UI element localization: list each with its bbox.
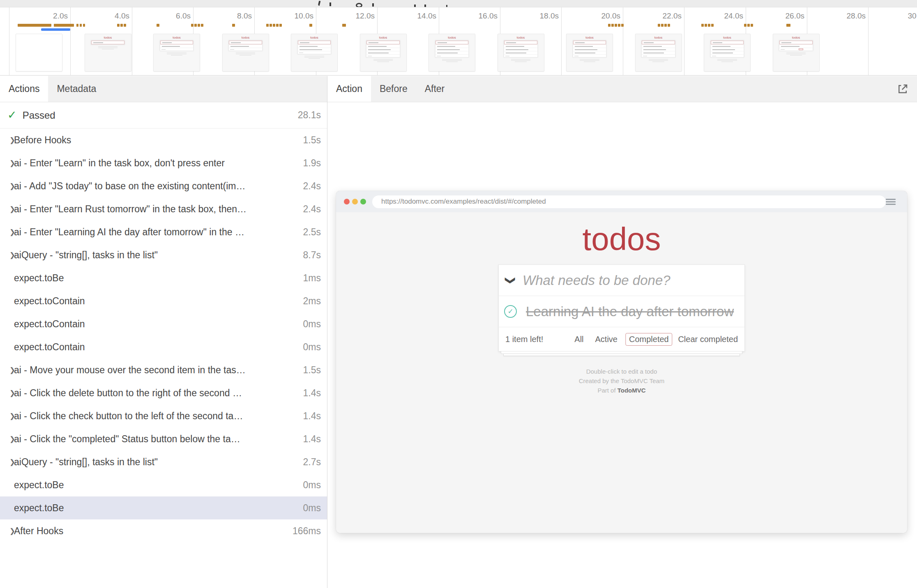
- action-row-duration: 0ms: [303, 342, 327, 353]
- action-row-duration: 0ms: [303, 480, 327, 491]
- menu-icon[interactable]: [886, 198, 896, 206]
- action-row[interactable]: expect.toContain0ms: [0, 312, 327, 335]
- action-row-duration: 1.5s: [303, 365, 327, 376]
- action-row[interactable]: ❯ai - Click the delete button to the rig…: [0, 381, 327, 404]
- action-activity-tick: [615, 24, 617, 27]
- clipped-title-fragment: [372, 3, 374, 7]
- toggle-all-chevron-icon[interactable]: ❯: [499, 275, 523, 286]
- clipped-title-fragment: [318, 1, 321, 6]
- action-row[interactable]: expect.toContain0ms: [0, 335, 327, 358]
- clear-completed-button[interactable]: Clear completed: [678, 335, 738, 344]
- filmstrip-thumbnail[interactable]: [16, 34, 62, 71]
- detail-content: https://todomvc.com/examples/react/dist/…: [327, 102, 917, 588]
- expand-chevron-icon[interactable]: ❯: [0, 435, 14, 443]
- action-row[interactable]: ❯After Hooks166ms: [0, 519, 327, 542]
- info-line: Double-click to edit a todo: [336, 367, 907, 376]
- action-row-label: ai - Enter "Learn" in the task box, don'…: [14, 158, 303, 169]
- action-row-label: aiQuery - "string[], tasks in the list": [14, 457, 303, 468]
- action-activity-tick: [279, 24, 282, 27]
- action-activity-tick: [708, 24, 710, 27]
- action-row[interactable]: expect.toBe0ms: [0, 473, 327, 496]
- action-row-label: expect.toBe: [14, 503, 303, 514]
- action-row[interactable]: ❯ai - Add "JS today" to base on the exis…: [0, 175, 327, 198]
- expand-chevron-icon[interactable]: ❯: [0, 182, 14, 191]
- expand-chevron-icon[interactable]: ❯: [0, 366, 14, 374]
- action-row[interactable]: ❯ai - Enter "Learning AI the day after t…: [0, 220, 327, 243]
- card-stack-decoration: [503, 354, 740, 356]
- filter-active[interactable]: Active: [592, 333, 621, 346]
- expand-chevron-icon[interactable]: ❯: [0, 228, 14, 237]
- filmstrip-thumbnail[interactable]: todos: [704, 34, 751, 71]
- detail-tab-action[interactable]: Action: [327, 76, 371, 102]
- filmstrip-thumbnail[interactable]: todos: [153, 34, 200, 71]
- timeline-label: 22.0s: [663, 11, 684, 21]
- action-activity-tick: [661, 24, 664, 27]
- action-row-label: ai - Click the check button to the left …: [14, 411, 303, 422]
- filter-completed[interactable]: Completed: [625, 333, 673, 346]
- actions-tab-metadata[interactable]: Metadata: [48, 76, 105, 102]
- action-activity-tick: [309, 24, 312, 27]
- action-row[interactable]: ❯ai - Enter "Learn Rust tomorrow" in the…: [0, 198, 327, 220]
- action-activity-tick: [276, 24, 279, 27]
- action-row[interactable]: ❯aiQuery - "string[], tasks in the list"…: [0, 243, 327, 266]
- timeline-gridline: [868, 7, 869, 75]
- expand-chevron-icon[interactable]: ❯: [0, 251, 14, 260]
- expand-chevron-icon[interactable]: ❯: [0, 205, 14, 214]
- todo-toggle-check-icon[interactable]: ✓: [504, 305, 517, 318]
- clipped-title-fragment: [414, 5, 416, 7]
- test-status-row[interactable]: ✓ Passed 28.1s: [0, 102, 327, 129]
- actions-list: ❯Before Hooks1.5s❯ai - Enter "Learn" in …: [0, 129, 327, 588]
- action-row[interactable]: ❯ai - Move your mouse over the second it…: [0, 358, 327, 381]
- action-row[interactable]: ❯ai - Enter "Learn" in the task box, don…: [0, 152, 327, 175]
- main-split: ActionsMetadata ✓ Passed 28.1s ❯Before H…: [0, 76, 917, 588]
- action-row-duration: 1.9s: [303, 158, 327, 169]
- todo-card: ❯ What needs to be done? ✓ Learning AI t…: [498, 264, 745, 351]
- test-status-label: Passed: [23, 110, 55, 121]
- filmstrip-thumbnail[interactable]: todos: [360, 34, 407, 71]
- filmstrip-thumbnail[interactable]: todos: [222, 34, 269, 71]
- todo-item-text: Learning AI the day after tomorrow: [526, 304, 734, 319]
- timeline-gridline: [623, 7, 623, 75]
- open-external-icon[interactable]: [896, 82, 910, 96]
- detail-tab-after[interactable]: After: [416, 76, 454, 102]
- expand-chevron-icon[interactable]: ❯: [0, 136, 14, 145]
- filmstrip-thumbnail[interactable]: todos: [291, 34, 338, 71]
- filmstrip-thumbnail[interactable]: todos: [635, 34, 682, 71]
- action-activity-tick: [618, 24, 620, 27]
- expand-chevron-icon[interactable]: ❯: [0, 527, 14, 535]
- filmstrip-thumbnail[interactable]: todos: [498, 34, 544, 71]
- expand-chevron-icon[interactable]: ❯: [0, 412, 14, 420]
- timeline-gridline: [132, 7, 132, 75]
- expand-chevron-icon[interactable]: ❯: [0, 458, 14, 466]
- filmstrip-thumbnail[interactable]: todos: [429, 34, 475, 71]
- filter-all[interactable]: All: [571, 333, 587, 346]
- action-row-duration: 2.4s: [303, 204, 327, 215]
- timeline-label: 16.0s: [479, 11, 500, 21]
- expand-chevron-icon[interactable]: ❯: [0, 389, 14, 397]
- filmstrip-thumbnail[interactable]: todos: [773, 34, 820, 71]
- action-row[interactable]: ❯ai - Click the "completed" Status butto…: [0, 427, 327, 450]
- action-row[interactable]: ❯ai - Click the check button to the left…: [0, 404, 327, 427]
- timeline-label: 18.0s: [540, 11, 561, 21]
- thumbnail-todos-title: todos: [773, 36, 819, 39]
- action-activity-tick: [751, 24, 753, 27]
- action-row[interactable]: expect.toBe0ms: [0, 496, 327, 519]
- filmstrip-thumbnail[interactable]: todos: [566, 34, 613, 71]
- new-todo-input[interactable]: What needs to be done?: [523, 273, 670, 288]
- timeline-gridline: [561, 7, 562, 75]
- timeline-label: 8.0s: [237, 11, 254, 21]
- timeline-gridline: [9, 7, 9, 75]
- timeline[interactable]: 2.0s4.0s6.0s8.0s10.0s12.0s14.0s16.0s18.0…: [0, 7, 917, 76]
- action-row-label: ai - Enter "Learning AI the day after to…: [14, 227, 303, 238]
- filmstrip-thumbnail[interactable]: todos: [85, 34, 131, 71]
- action-activity-tick: [18, 24, 51, 27]
- action-row[interactable]: expect.toBe1ms: [0, 266, 327, 289]
- action-row[interactable]: ❯Before Hooks1.5s: [0, 129, 327, 152]
- address-bar[interactable]: https://todomvc.com/examples/react/dist/…: [372, 195, 886, 208]
- action-row[interactable]: ❯aiQuery - "string[], tasks in the list"…: [0, 450, 327, 473]
- detail-tab-before[interactable]: Before: [371, 76, 416, 102]
- todo-item[interactable]: ✓ Learning AI the day after tomorrow: [499, 296, 744, 327]
- action-row[interactable]: expect.toContain2ms: [0, 289, 327, 312]
- expand-chevron-icon[interactable]: ❯: [0, 159, 14, 168]
- actions-tab-actions[interactable]: Actions: [0, 76, 48, 102]
